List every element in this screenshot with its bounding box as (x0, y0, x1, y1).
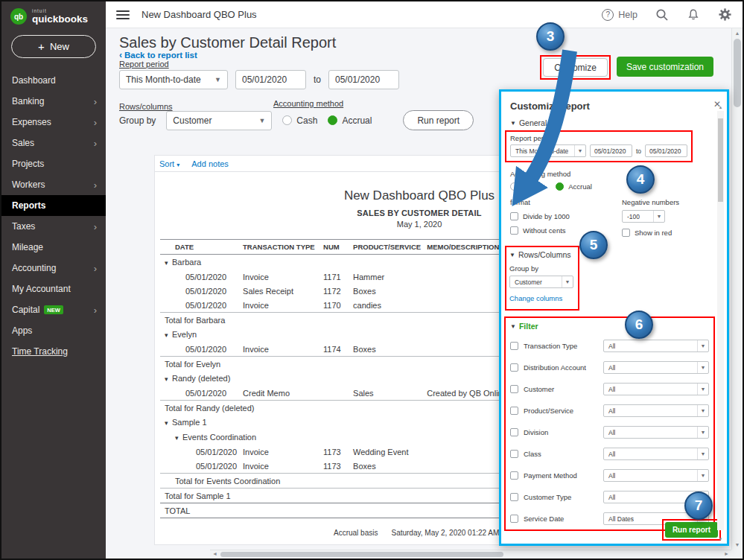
division-checkbox[interactable] (510, 428, 518, 436)
sidebar-item-capital[interactable]: CapitalNEW› (1, 299, 106, 320)
class-checkbox[interactable] (510, 450, 518, 458)
sidebar-item-reports[interactable]: Reports (1, 195, 106, 216)
sidebar-item-apps[interactable]: Apps (1, 320, 106, 341)
product-service-checkbox[interactable] (510, 407, 518, 415)
filter-value: All (608, 343, 615, 350)
sort-link[interactable]: Sort ▾ (159, 159, 179, 168)
sidebar-item-banking[interactable]: Banking› (1, 91, 106, 112)
filter-row-transaction-type: Transaction TypeAll▼ (510, 340, 709, 352)
run-report-button[interactable]: Run report (403, 110, 474, 130)
transaction-type-filter-select[interactable]: All▼ (603, 340, 709, 352)
filter-label: Distribution Account (524, 363, 586, 372)
sidebar-item-expenses[interactable]: Expenses› (1, 112, 106, 133)
chevron-down-icon: ▼ (258, 117, 265, 124)
filter-value: All (608, 429, 615, 436)
filter-value: All (608, 386, 615, 393)
panel-run-report-button[interactable]: Run report (665, 522, 718, 538)
sidebar-item-workers[interactable]: Workers› (1, 174, 106, 195)
general-section-header[interactable]: ▼ General (510, 118, 710, 127)
class-filter-select[interactable]: All▼ (603, 448, 709, 460)
sidebar-item-time-tracking[interactable]: Time Tracking (1, 341, 106, 362)
callout-4: 4 (626, 165, 655, 194)
hamburger-menu-icon[interactable] (116, 10, 130, 19)
sidebar-item-label: Reports (12, 200, 45, 211)
without-cents-checkbox[interactable] (510, 226, 518, 235)
filter-row-customer: CustomerAll▼ (510, 383, 709, 395)
accounting-method-label: Accounting method (273, 99, 343, 108)
new-button[interactable]: + New (11, 35, 96, 58)
date-to-input[interactable] (328, 70, 399, 89)
sidebar-item-my-accountant[interactable]: My Accountant (1, 279, 106, 299)
panel-group-by-select[interactable]: Customer ▼ (509, 276, 573, 288)
transaction-type-checkbox[interactable] (510, 342, 518, 350)
sidebar-item-accounting[interactable]: Accounting› (1, 258, 106, 279)
date-from-input[interactable] (235, 70, 306, 89)
customer-filter-select[interactable]: All▼ (603, 383, 709, 395)
payment-method-filter-select[interactable]: All▼ (603, 469, 709, 482)
product-service-filter-select[interactable]: All▼ (603, 404, 709, 417)
group-by-select[interactable]: Customer ▼ (166, 111, 272, 130)
collapse-caret-icon: ▾ (165, 375, 170, 383)
vertical-scrollbar[interactable]: ▲ ▼ (731, 28, 743, 550)
save-customization-button[interactable]: Save customization (617, 57, 713, 77)
rows-columns-section-header[interactable]: ▼ Rows/Columns (509, 250, 575, 259)
chevron-down-icon: ▼ (653, 211, 664, 222)
panel-accrual-radio[interactable] (556, 182, 564, 191)
vertical-scrollbar-thumb[interactable] (734, 39, 741, 107)
panel-cash-radio[interactable] (510, 182, 518, 191)
show-in-red-checkbox[interactable] (622, 229, 630, 237)
help-button[interactable]: ? Help (602, 9, 638, 21)
accrual-label: Accrual (342, 115, 372, 126)
sidebar-item-taxes[interactable]: Taxes› (1, 216, 106, 237)
add-notes-link[interactable]: Add notes (191, 159, 229, 168)
horizontal-scrollbar[interactable]: ◄ ► (210, 550, 731, 559)
sidebar-item-mileage[interactable]: Mileage (1, 237, 106, 258)
panel-scroll-up-icon[interactable]: ▲ (716, 105, 725, 109)
chevron-down-icon: ▼ (574, 145, 585, 156)
cash-radio[interactable] (282, 115, 292, 125)
negative-format-select[interactable]: -100 ▼ (622, 210, 665, 223)
filter-section-header[interactable]: ▼ Filter (510, 322, 709, 331)
to-label: to (314, 74, 321, 85)
panel-date-to-input[interactable] (645, 144, 687, 157)
customize-button[interactable]: Customize (543, 58, 608, 77)
payment-method-checkbox[interactable] (510, 471, 518, 480)
panel-scrollbar[interactable] (717, 111, 724, 530)
report-period-select[interactable]: This Month-to-date ▼ (119, 70, 228, 89)
service-date-checkbox[interactable] (510, 515, 518, 523)
scroll-left-icon[interactable]: ◄ (212, 551, 217, 556)
scroll-right-icon[interactable]: ► (724, 551, 729, 556)
division-filter-select[interactable]: All▼ (603, 426, 709, 439)
search-icon[interactable] (655, 8, 669, 22)
distribution-account-checkbox[interactable] (510, 363, 518, 372)
scroll-down-icon[interactable]: ▼ (732, 542, 743, 547)
settings-gear-icon[interactable] (718, 7, 732, 22)
filter-value: All (608, 407, 615, 415)
panel-scrollbar-thumb[interactable] (718, 118, 723, 202)
customer-type-checkbox[interactable] (510, 493, 518, 501)
panel-report-period-select[interactable]: This Month-to-date ▼ (510, 144, 586, 157)
collapse-caret-icon: ▾ (165, 259, 170, 267)
change-columns-link[interactable]: Change columns (509, 294, 562, 302)
panel-period-value: This Month-to-date (515, 147, 568, 155)
report-footer: Accrual basis Saturday, May 2, 2020 01:2… (334, 529, 527, 537)
accrual-radio[interactable] (328, 115, 337, 125)
panel-date-from-input[interactable] (590, 144, 632, 157)
scroll-up-icon[interactable]: ▲ (732, 31, 743, 36)
panel-scroll-down-icon[interactable]: ▼ (716, 537, 725, 541)
horizontal-scrollbar-thumb[interactable] (220, 552, 503, 557)
accounting-basis: Accrual basis (334, 529, 378, 537)
customer-checkbox[interactable] (510, 385, 518, 393)
chevron-down-icon: ▼ (697, 427, 708, 438)
back-to-report-list-link[interactable]: ‹Back to report list (119, 50, 197, 60)
distribution-account-filter-select[interactable]: All▼ (603, 361, 709, 374)
chevron-right-icon: › (94, 118, 97, 127)
divide-by-1000-checkbox[interactable] (510, 212, 518, 220)
sidebar-item-sales[interactable]: Sales› (1, 133, 106, 153)
filter-row-product-service: Product/ServiceAll▼ (510, 404, 709, 417)
sidebar-item-projects[interactable]: Projects (1, 153, 106, 174)
filter-label: Division (524, 428, 548, 436)
filter-value: All Dates (608, 515, 634, 523)
notifications-bell-icon[interactable] (687, 8, 700, 22)
sidebar-item-dashboard[interactable]: Dashboard (1, 70, 106, 91)
